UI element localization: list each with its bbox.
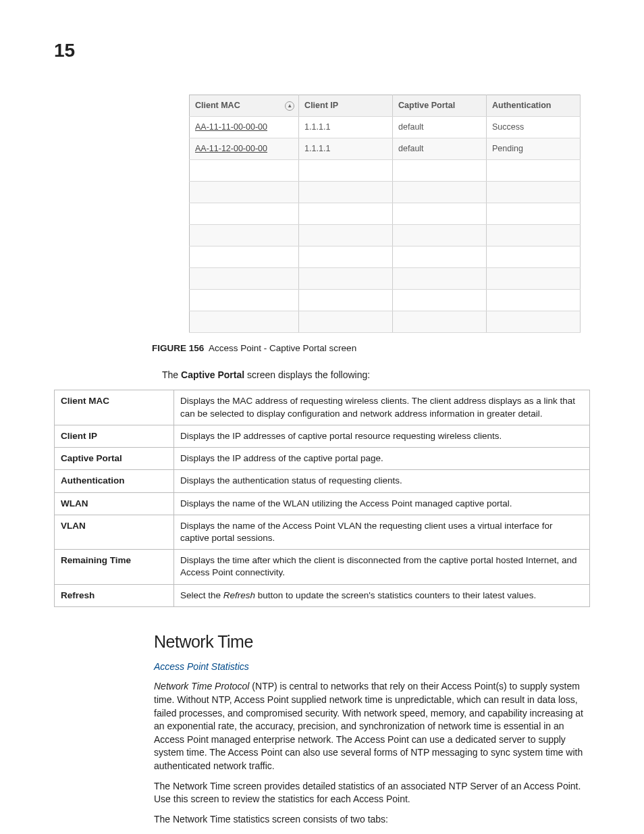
- desc-row: Refresh Select the Refresh button to upd…: [55, 584, 590, 606]
- page-number: 15: [54, 37, 75, 63]
- body-paragraph: The Network Time screen provides detaile…: [154, 780, 590, 806]
- col-header-client-mac[interactable]: Client MAC ▲: [190, 95, 299, 117]
- captive-portal-grid: Client MAC ▲ Client IP Captive Portal Au…: [189, 95, 581, 333]
- figure-caption: FIGURE 156 Access Point - Captive Portal…: [152, 342, 590, 355]
- table-row-empty: [190, 246, 581, 268]
- desc-row: WLAN Displays the name of the WLAN utili…: [55, 492, 590, 515]
- client-ip-cell: 1.1.1.1: [299, 117, 393, 138]
- client-mac-link[interactable]: AA-11-12-00-00-00: [190, 138, 299, 160]
- section-heading-network-time: Network Time: [154, 630, 590, 654]
- desc-row: VLAN Displays the name of the Access Poi…: [55, 515, 590, 549]
- table-row-empty: [190, 182, 581, 203]
- auth-cell: Pending: [487, 138, 581, 160]
- intro-sentence: The Captive Portal screen displays the f…: [162, 369, 590, 382]
- col-header-authentication[interactable]: Authentication: [487, 95, 581, 117]
- table-row-empty: [190, 290, 581, 311]
- desc-row: Authentication Displays the authenticati…: [55, 470, 590, 492]
- desc-row: Client MAC Displays the MAC address of r…: [55, 390, 590, 425]
- col-header-captive-portal[interactable]: Captive Portal: [393, 95, 487, 117]
- col-header-client-ip[interactable]: Client IP: [299, 95, 393, 117]
- sort-asc-icon[interactable]: ▲: [285, 101, 294, 111]
- table-row-empty: [190, 268, 581, 290]
- table-row-empty: [190, 160, 581, 182]
- desc-row: Client IP Displays the IP addresses of c…: [55, 425, 590, 447]
- table-row-empty: [190, 225, 581, 246]
- client-ip-cell: 1.1.1.1: [299, 138, 393, 160]
- breadcrumb-link[interactable]: Access Point Statistics: [154, 660, 590, 674]
- captive-portal-cell: default: [393, 138, 487, 160]
- client-mac-link[interactable]: AA-11-11-00-00-00: [190, 117, 299, 138]
- field-description-table: Client MAC Displays the MAC address of r…: [54, 390, 590, 606]
- table-row-empty: [190, 203, 581, 225]
- desc-row: Remaining Time Displays the time after w…: [55, 550, 590, 584]
- captive-portal-cell: default: [393, 117, 487, 138]
- captive-portal-screenshot: Client MAC ▲ Client IP Captive Portal Au…: [189, 95, 581, 333]
- body-paragraph: The Network Time statistics screen consi…: [154, 813, 590, 827]
- auth-cell: Success: [487, 117, 581, 138]
- table-row: AA-11-11-00-00-00 1.1.1.1 default Succes…: [190, 117, 581, 138]
- body-paragraph: Network Time Protocol (NTP) is central t…: [154, 680, 590, 773]
- table-row: AA-11-12-00-00-00 1.1.1.1 default Pendin…: [190, 138, 581, 160]
- table-row-empty: [190, 311, 581, 333]
- desc-row: Captive Portal Displays the IP address o…: [55, 448, 590, 470]
